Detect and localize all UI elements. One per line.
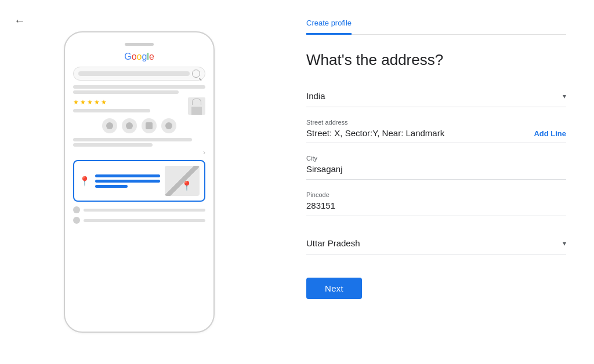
g-blue2: g xyxy=(142,52,147,61)
add-line-button[interactable]: Add Line xyxy=(534,129,566,138)
back-button[interactable]: ← xyxy=(14,14,26,27)
phone-card-map: 📍 xyxy=(165,166,200,196)
card-line-3 xyxy=(95,185,128,188)
city-label: City xyxy=(306,155,566,162)
phone-search-icon xyxy=(192,70,200,78)
tab-bar: Create profile xyxy=(306,14,566,35)
action-btn-3 xyxy=(142,118,157,133)
phone-card-lines xyxy=(95,174,160,188)
phone-bottom-line-2 xyxy=(84,219,205,222)
city-field-group: City Sirsaganj xyxy=(306,155,566,180)
star-5: ★ xyxy=(101,99,107,106)
phone-address-card: 📍 📍 xyxy=(73,160,205,202)
state-field-group: Uttar Pradesh ▾ xyxy=(306,228,566,254)
phone-bottom-line-1 xyxy=(84,209,205,212)
phone-search-bar xyxy=(73,67,205,81)
phone-pin-icon: 📍 xyxy=(79,176,90,187)
pincode-field: 283151 xyxy=(306,201,566,216)
phone-line-3 xyxy=(73,109,150,112)
country-value: India xyxy=(306,91,325,101)
street-address-group: Street address Street: X, Sector:Y, Near… xyxy=(306,119,566,143)
street-address-row: Street: X, Sector:Y, Near: Landmark Add … xyxy=(306,128,566,143)
action-icon-1 xyxy=(106,122,113,129)
next-button[interactable]: Next xyxy=(306,278,362,299)
phone-line-5 xyxy=(73,143,153,147)
page-title: What's the address? xyxy=(306,51,566,69)
phone-bottom-row-2 xyxy=(73,217,205,224)
phone-illustration: Google ★ ★ ★ ★ ★ xyxy=(64,31,215,333)
phone-bottom-lines xyxy=(73,206,205,224)
phone-bottom-icon-2 xyxy=(73,217,80,224)
phone-line-4 xyxy=(73,138,192,141)
action-icon-3 xyxy=(146,122,153,129)
state-value: Uttar Pradesh xyxy=(306,238,360,248)
right-panel: Create profile What's the address? India… xyxy=(278,0,594,364)
pincode-label: Pincode xyxy=(306,191,566,198)
country-field-group: India ▾ xyxy=(306,85,566,107)
state-dropdown-arrow: ▾ xyxy=(563,239,566,247)
country-dropdown[interactable]: India ▾ xyxy=(306,85,566,107)
street-address-value[interactable]: Street: X, Sector:Y, Near: Landmark xyxy=(306,128,444,138)
phone-store-icon xyxy=(188,97,205,115)
star-3: ★ xyxy=(87,99,93,106)
phone-store-row: ★ ★ ★ ★ ★ xyxy=(73,97,205,115)
pincode-value[interactable]: 283151 xyxy=(306,201,335,210)
star-2: ★ xyxy=(80,99,86,106)
phone-chevron: › xyxy=(73,148,205,156)
action-btn-2 xyxy=(122,118,137,133)
country-dropdown-arrow: ▾ xyxy=(563,92,566,100)
phone-speaker xyxy=(125,43,154,46)
phone-store-lines: ★ ★ ★ ★ ★ xyxy=(73,99,183,114)
left-panel: ← Google ★ ★ ★ xyxy=(0,0,278,364)
pincode-field-group: Pincode 283151 xyxy=(306,191,566,216)
g-red2: e xyxy=(149,52,154,61)
phone-line-1 xyxy=(73,85,205,89)
phone-content: Google ★ ★ ★ ★ ★ xyxy=(73,52,205,322)
phone-line-2 xyxy=(73,90,179,94)
phone-action-buttons xyxy=(73,118,205,133)
phone-stars: ★ ★ ★ ★ ★ xyxy=(73,99,183,106)
card-line-1 xyxy=(95,174,160,177)
city-value[interactable]: Sirsaganj xyxy=(306,164,343,174)
star-4: ★ xyxy=(94,99,100,106)
star-1: ★ xyxy=(73,99,79,106)
action-icon-2 xyxy=(126,122,133,129)
phone-bottom-icon-1 xyxy=(73,206,80,213)
street-address-label: Street address xyxy=(306,119,566,126)
phone-bottom-row-1 xyxy=(73,206,205,213)
action-icon-4 xyxy=(165,122,172,129)
tab-create-profile[interactable]: Create profile xyxy=(306,14,352,35)
action-btn-1 xyxy=(102,118,117,133)
google-logo: Google xyxy=(73,52,205,62)
next-button-container: Next xyxy=(306,266,566,299)
city-field: Sirsaganj xyxy=(306,164,566,180)
g-red: o xyxy=(132,52,137,61)
g-blue: G xyxy=(124,52,131,61)
card-line-2 xyxy=(95,180,160,183)
action-btn-4 xyxy=(161,118,176,133)
phone-search-input-visual xyxy=(78,71,190,76)
state-dropdown[interactable]: Uttar Pradesh ▾ xyxy=(306,232,566,254)
map-pin-icon: 📍 xyxy=(181,180,193,191)
